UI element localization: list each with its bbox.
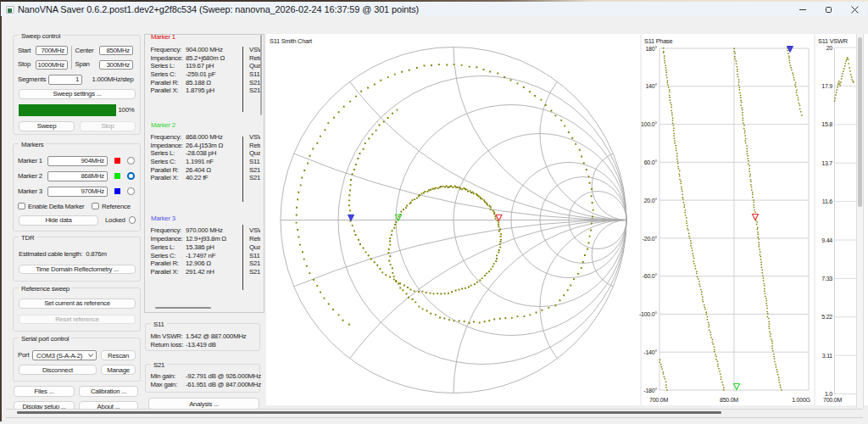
svg-text:-180°: -180°: [643, 388, 657, 393]
svg-text:700.0M: 700.0M: [649, 397, 668, 403]
svg-text:S11 VSWR: S11 VSWR: [818, 37, 848, 45]
svg-text:20.0°: 20.0°: [644, 198, 658, 204]
svg-text:-60.0°: -60.0°: [643, 273, 658, 279]
svg-text:20: 20: [826, 45, 833, 51]
svg-text:15.8: 15.8: [821, 121, 832, 127]
svg-text:13.7: 13.7: [821, 160, 832, 166]
svg-text:9.44: 9.44: [821, 237, 832, 243]
svg-text:700.0M: 700.0M: [823, 397, 842, 403]
svg-text:60.0°: 60.0°: [644, 159, 658, 165]
svg-text:3.11: 3.11: [822, 353, 833, 359]
svg-text:-20.0°: -20.0°: [643, 236, 658, 242]
svg-text:11.6: 11.6: [822, 198, 833, 204]
svg-text:S11 Smith Chart: S11 Smith Chart: [270, 37, 312, 45]
svg-text:17.9: 17.9: [821, 83, 832, 89]
svg-text:5.22: 5.22: [821, 314, 832, 320]
svg-text:140°: 140°: [645, 83, 657, 89]
svg-text:-140°: -140°: [643, 349, 657, 355]
svg-text:7.33: 7.33: [821, 276, 832, 282]
svg-text:-100.0°: -100.0°: [639, 311, 657, 317]
svg-text:1.000G: 1.000G: [792, 397, 810, 403]
svg-text:180°: 180°: [645, 46, 657, 52]
svg-text:S11 Phase: S11 Phase: [644, 37, 672, 45]
svg-text:100.0°: 100.0°: [641, 121, 657, 127]
svg-text:850.0M: 850.0M: [720, 397, 738, 403]
